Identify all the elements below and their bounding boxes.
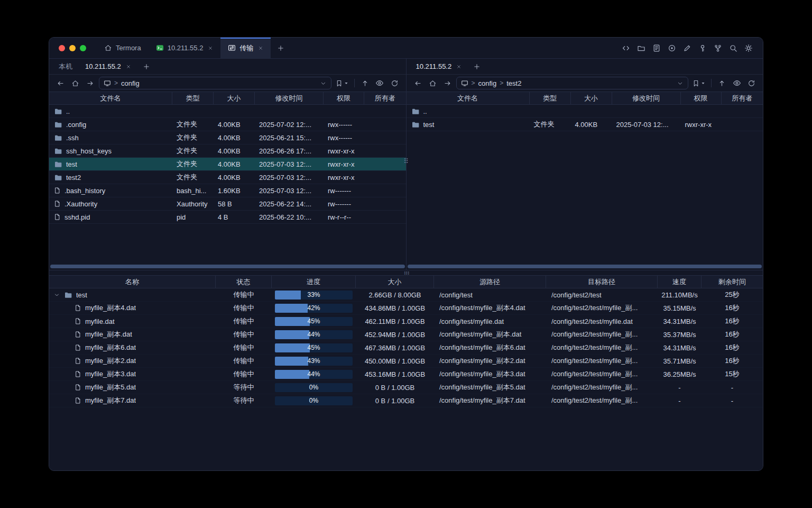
minimize-window-button[interactable]	[69, 45, 76, 51]
close-icon[interactable]	[208, 46, 213, 51]
file-row[interactable]: ssh_host_keys文件夹4.00KB2025-06-26 17:...r…	[49, 144, 406, 158]
close-window-button[interactable]	[59, 45, 65, 51]
home-button[interactable]	[427, 77, 439, 89]
path-breadcrumb[interactable]: >config>test2	[456, 77, 689, 89]
column-header[interactable]: 权限	[681, 92, 722, 104]
close-icon[interactable]	[456, 64, 462, 69]
column-header[interactable]: 权限	[324, 92, 364, 104]
column-header[interactable]: 大小	[356, 276, 434, 288]
column-header[interactable]: 类型	[172, 92, 214, 104]
branch-icon[interactable]	[711, 41, 725, 55]
file-name-cell: sshd.pid	[49, 211, 172, 223]
column-header[interactable]: 速度	[658, 276, 702, 288]
column-header[interactable]: 类型	[530, 92, 571, 104]
transfer-resize-handle[interactable]: ⠿	[403, 271, 409, 276]
file-name: sshd.pid	[64, 213, 90, 221]
breadcrumb-segment[interactable]: config	[121, 79, 140, 87]
code-icon[interactable]	[619, 41, 633, 55]
column-header[interactable]: 进度	[272, 276, 356, 288]
column-header[interactable]: 名称	[49, 276, 216, 288]
new-file-tab-button[interactable]	[468, 59, 486, 74]
file-row[interactable]: test文件夹4.00KB2025-07-03 12:...rwxr-xr-x	[407, 118, 763, 131]
horizontal-scrollbar[interactable]	[408, 265, 762, 268]
eye-icon	[733, 79, 741, 87]
chevron-down-icon[interactable]	[677, 80, 684, 87]
path-breadcrumb[interactable]: >config	[99, 77, 331, 89]
transfer-row[interactable]: test传输中33%2.66GB / 8.00GB/config/test/co…	[49, 288, 763, 302]
log-icon[interactable]	[650, 41, 663, 55]
transfer-row[interactable]: myfile_副本2.dat传输中43%450.00MB / 1.00GB/co…	[49, 355, 763, 368]
column-header[interactable]: 修改时间	[255, 92, 324, 104]
search-icon[interactable]	[726, 41, 740, 55]
column-header[interactable]: 文件名	[49, 92, 172, 104]
file-row[interactable]: .config文件夹4.00KB2025-07-02 12:...rwx----…	[49, 118, 406, 131]
forward-button[interactable]	[84, 77, 96, 89]
record-icon[interactable]	[665, 41, 679, 55]
file-permissions	[324, 105, 364, 117]
new-file-tab-button[interactable]	[137, 59, 155, 74]
column-header[interactable]: 文件名	[407, 92, 530, 104]
refresh-button[interactable]	[389, 77, 401, 89]
chevron-down-icon[interactable]	[320, 80, 327, 87]
file-icon	[75, 344, 81, 351]
column-header[interactable]: 修改时间	[612, 92, 681, 104]
edit-icon[interactable]	[680, 41, 694, 55]
folder-icon[interactable]	[634, 41, 648, 55]
file-panel-tab[interactable]: 10.211.55.2	[79, 59, 137, 74]
bookmark-button[interactable]	[334, 79, 350, 87]
column-header[interactable]: 状态	[216, 276, 272, 288]
file-row[interactable]: ..	[407, 105, 763, 118]
file-row[interactable]: .bash_historybash_hi...1.60KB2025-07-03 …	[49, 184, 406, 197]
parent-directory-button[interactable]	[716, 77, 728, 89]
back-button[interactable]	[54, 77, 67, 89]
home-icon	[71, 79, 79, 87]
window-tab-termora[interactable]: Termora	[97, 38, 149, 58]
home-button[interactable]	[69, 77, 81, 89]
refresh-button[interactable]	[745, 77, 758, 89]
window-tab-host[interactable]: 10.211.55.2	[149, 38, 221, 58]
column-header[interactable]: 目标路径	[546, 276, 658, 288]
forward-button[interactable]	[441, 77, 454, 89]
transfer-row[interactable]: myfile_副本7.dat等待中0%0 B / 1.00GB/config/t…	[49, 394, 763, 407]
settings-icon[interactable]	[742, 41, 755, 55]
file-row[interactable]: test文件夹4.00KB2025-07-03 12:...rwxr-xr-x	[49, 158, 406, 171]
file-panel-tab[interactable]: 10.211.55.2	[410, 59, 468, 74]
zoom-window-button[interactable]	[80, 45, 86, 51]
file-row[interactable]: sshd.pidpid4 B2025-06-22 10:...rw-r--r--	[49, 211, 406, 224]
transfer-row[interactable]: myfile_副本6.dat传输中45%467.36MB / 1.00GB/co…	[49, 341, 763, 355]
column-header[interactable]: 所有者	[364, 92, 406, 104]
close-icon[interactable]	[126, 64, 131, 69]
preview-button[interactable]	[731, 77, 743, 89]
back-button[interactable]	[412, 77, 424, 89]
bookmark-button[interactable]	[691, 79, 707, 87]
column-header[interactable]: 大小	[214, 92, 255, 104]
window-tab-transfer[interactable]: 传输	[220, 38, 271, 58]
file-panel-tab[interactable]: 本机	[52, 59, 79, 74]
file-row[interactable]: test2文件夹4.00KB2025-07-03 12:...rwxr-xr-x	[49, 171, 406, 184]
transfer-row[interactable]: myfile_副本5.dat等待中0%0 B / 1.00GB/config/t…	[49, 381, 763, 394]
file-row[interactable]: .XauthorityXauthority58 B2025-06-22 14:.…	[49, 197, 406, 211]
panel-resize-handle[interactable]: ⠿	[403, 158, 409, 165]
preview-button[interactable]	[374, 77, 386, 89]
breadcrumb-segment[interactable]: config	[478, 79, 497, 87]
transfer-status: 等待中	[216, 381, 272, 394]
column-header[interactable]: 源路径	[434, 276, 546, 288]
key-icon[interactable]	[696, 41, 709, 55]
parent-directory-button[interactable]	[359, 77, 371, 89]
transfer-row[interactable]: myfile_副本.dat传输中44%452.94MB / 1.00GB/con…	[49, 328, 763, 341]
file-row[interactable]: .ssh文件夹4.00KB2025-06-21 15:...rwx------	[49, 131, 406, 144]
transfer-row[interactable]: myfile.dat传输中45%462.11MB / 1.00GB/config…	[49, 315, 763, 328]
expand-chevron-icon[interactable]	[53, 292, 60, 298]
column-header[interactable]: 大小	[571, 92, 612, 104]
transfer-row[interactable]: myfile_副本4.dat传输中42%434.86MB / 1.00GB/co…	[49, 302, 763, 315]
folder-icon	[411, 121, 420, 129]
column-header[interactable]: 所有者	[722, 92, 763, 104]
horizontal-scrollbar[interactable]	[50, 265, 405, 268]
file-owner	[364, 131, 406, 144]
column-header[interactable]: 剩余时间	[702, 276, 763, 288]
transfer-row[interactable]: myfile_副本3.dat传输中44%453.16MB / 1.00GB/co…	[49, 368, 763, 381]
file-row[interactable]: ..	[49, 105, 406, 118]
close-icon[interactable]	[258, 46, 263, 51]
breadcrumb-segment[interactable]: test2	[506, 79, 521, 87]
new-window-tab-button[interactable]	[271, 38, 291, 58]
